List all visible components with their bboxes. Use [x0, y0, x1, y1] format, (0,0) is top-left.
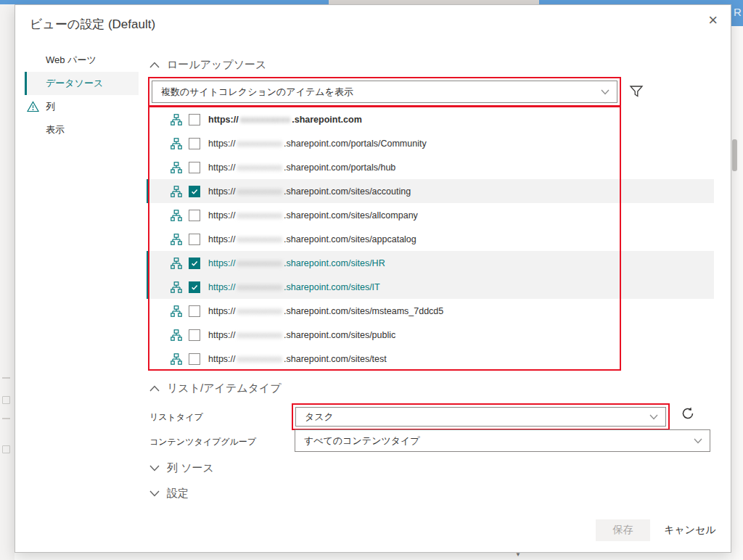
site-checkbox[interactable]	[189, 329, 200, 341]
list-type-label: リストタイプ	[149, 411, 203, 424]
section-title: 設定	[167, 487, 189, 501]
site-url: https://xxxxxxxxxx.sharepoint.com/sites/…	[208, 210, 418, 221]
site-collection-row: https://xxxxxxxxxx.sharepoint.com/sites/…	[148, 275, 621, 299]
site-collection-row: https://xxxxxxxxxx.sharepoint.com	[148, 107, 621, 131]
url-path: .sharepoint.com/sites/test	[284, 354, 387, 364]
url-prefix: https://	[208, 162, 236, 173]
sitemap-icon	[171, 329, 182, 341]
site-collection-row: https://xxxxxxxxxx.sharepoint.com/portal…	[148, 131, 621, 155]
check-icon	[190, 187, 199, 196]
page-right-background	[731, 26, 743, 560]
refresh-icon[interactable]	[679, 405, 697, 423]
section-header-rollup-source[interactable]: ロールアップソース	[149, 58, 266, 72]
page-scrollbar-thumb[interactable]	[732, 139, 737, 171]
sidebar-item-label: 表示	[46, 123, 65, 136]
redacted-tenant-name: xxxxxxxxxx	[236, 330, 284, 340]
site-checkbox[interactable]	[189, 210, 200, 221]
url-prefix: https://	[208, 210, 236, 221]
annotation-box-scope-dropdown: 複数のサイトコレクションのアイテムを表示	[148, 77, 621, 107]
url-prefix: https://	[208, 330, 236, 340]
url-prefix: https://	[208, 258, 236, 268]
site-checkbox[interactable]	[189, 186, 200, 197]
url-prefix: https://	[208, 186, 236, 197]
site-url: https://xxxxxxxxxx.sharepoint.com/sites/…	[208, 354, 387, 364]
url-path: .sharepoint.com/portals/hub	[284, 162, 395, 173]
rollup-scope-dropdown[interactable]: 複数のサイトコレクションのアイテムを表示	[152, 81, 617, 103]
sidebar-item[interactable]: データソース	[25, 72, 139, 95]
url-path: .sharepoint.com/sites/public	[284, 330, 395, 340]
close-icon[interactable]: ×	[705, 11, 721, 30]
site-checkbox[interactable]	[189, 138, 200, 149]
sidebar-item[interactable]: Web パーツ	[25, 49, 139, 72]
list-type-dropdown[interactable]: タスク	[295, 407, 666, 427]
check-icon	[190, 259, 199, 268]
sidebar-item-label: Web パーツ	[46, 54, 97, 67]
redacted-tenant-name: xxxxxxxxxx	[236, 258, 284, 268]
dialog-title: ビューの設定 (Default)	[30, 16, 155, 33]
site-checkbox[interactable]	[189, 281, 200, 293]
redacted-tenant-name: xxxxxxxxxx	[236, 139, 284, 149]
page-bottom-background: ▼	[15, 553, 731, 560]
chevron-up-icon	[149, 62, 160, 68]
filter-icon[interactable]	[628, 84, 644, 100]
site-collection-row: https://xxxxxxxxxx.sharepoint.com/sites/…	[148, 251, 621, 275]
site-collection-row: https://xxxxxxxxxx.sharepoint.com/sites/…	[148, 227, 621, 251]
dialog-sidebar: Web パーツデータソース列表示	[25, 49, 139, 141]
sitemap-icon	[171, 210, 182, 221]
section-title: ロールアップソース	[167, 58, 266, 72]
site-url: https://xxxxxxxxxx.sharepoint.com/sites/…	[208, 306, 443, 316]
sitemap-icon	[171, 258, 182, 269]
url-path: .sharepoint.com/portals/Community	[284, 139, 427, 149]
rollup-scope-dropdown-value: 複数のサイトコレクションのアイテムを表示	[161, 86, 353, 99]
content-type-group-dropdown-value: すべてのコンテンツタイプ	[304, 435, 420, 448]
sidebar-item-label: 列	[46, 100, 55, 113]
redacted-tenant-name: xxxxxxxxxx	[236, 186, 284, 197]
redacted-tenant-name: xxxxxxxxxx	[236, 162, 284, 173]
site-collection-row: https://xxxxxxxxxx.sharepoint.com/sites/…	[148, 347, 621, 371]
sidebar-item[interactable]: 表示	[25, 118, 139, 141]
sitemap-icon	[171, 114, 182, 125]
url-path: .sharepoint.com/sites/allcompany	[284, 210, 418, 221]
site-collection-row: https://xxxxxxxxxx.sharepoint.com/portal…	[148, 155, 621, 179]
section-header-column-source[interactable]: 列 ソース	[149, 461, 214, 475]
cancel-button[interactable]: キャンセル	[657, 519, 723, 541]
site-checkbox[interactable]	[189, 305, 200, 317]
url-path: .sharepoint.com/sites/IT	[284, 282, 380, 292]
redacted-tenant-name: xxxxxxxxxx	[236, 354, 284, 364]
site-collection-row: https://xxxxxxxxxx.sharepoint.com/sites/…	[148, 203, 621, 227]
site-checkbox[interactable]	[189, 114, 200, 125]
url-prefix: https://	[208, 282, 236, 292]
site-checkbox[interactable]	[189, 353, 200, 365]
content-type-group-dropdown[interactable]: すべてのコンテンツタイプ	[295, 429, 710, 452]
sitemap-icon	[171, 186, 182, 197]
url-path: .sharepoint.com/sites/HR	[284, 258, 385, 268]
section-header-settings[interactable]: 設定	[149, 487, 189, 501]
site-url: https://xxxxxxxxxx.sharepoint.com/sites/…	[208, 186, 411, 197]
check-icon	[190, 283, 199, 292]
section-header-list-item-type[interactable]: リスト/アイテムタイプ	[149, 382, 282, 395]
redacted-tenant-name: xxxxxxxxxx	[239, 115, 292, 125]
site-url: https://xxxxxxxxxx.sharepoint.com/portal…	[208, 139, 427, 149]
site-collection-row: https://xxxxxxxxxx.sharepoint.com/sites/…	[148, 179, 621, 203]
screen: R ▼ ビューの設定 (Default) × Web パーツデータソース列表示 …	[0, 0, 743, 560]
site-checkbox[interactable]	[189, 162, 200, 173]
sidebar-item[interactable]: 列	[25, 95, 139, 118]
redacted-tenant-name: xxxxxxxxxx	[236, 234, 284, 244]
chevron-down-icon	[601, 89, 609, 95]
url-prefix: https://	[208, 234, 236, 244]
chevron-down-icon	[149, 465, 160, 472]
site-url: https://xxxxxxxxxx.sharepoint.com/sites/…	[208, 258, 385, 268]
site-url: https://xxxxxxxxxx.sharepoint.com/sites/…	[208, 282, 380, 292]
url-prefix: https://	[208, 306, 236, 316]
content-type-group-label: コンテンツタイプグループ	[149, 436, 256, 448]
sitemap-icon	[171, 281, 182, 293]
url-prefix: https://	[208, 139, 236, 149]
site-checkbox[interactable]	[189, 234, 200, 245]
site-checkbox[interactable]	[189, 258, 200, 269]
list-type-dropdown-value: タスク	[305, 411, 334, 424]
save-button[interactable]: 保存	[596, 519, 650, 541]
url-path: .sharepoint.com/sites/accouting	[284, 186, 411, 197]
redacted-tenant-name: xxxxxxxxxx	[236, 210, 284, 221]
site-url: https://xxxxxxxxxx.sharepoint.com/sites/…	[208, 234, 416, 244]
chevron-down-icon	[694, 438, 702, 444]
